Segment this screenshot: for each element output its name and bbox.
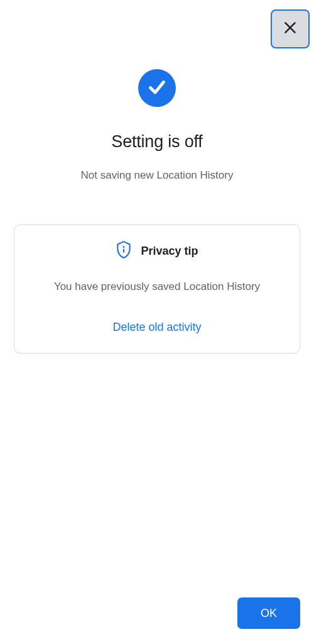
main-content: Setting is off Not saving new Location H… bbox=[0, 0, 314, 353]
checkmark-badge bbox=[138, 69, 176, 107]
shield-info-icon bbox=[116, 240, 132, 262]
page-title: Setting is off bbox=[0, 132, 314, 152]
privacy-tip-header: Privacy tip bbox=[27, 240, 287, 262]
svg-rect-3 bbox=[123, 248, 124, 252]
privacy-tip-card: Privacy tip You have previously saved Lo… bbox=[14, 225, 300, 353]
close-button[interactable] bbox=[271, 9, 310, 48]
delete-old-activity-link[interactable]: Delete old activity bbox=[27, 321, 287, 334]
privacy-tip-body: You have previously saved Location Histo… bbox=[27, 280, 287, 293]
close-icon bbox=[282, 19, 298, 38]
svg-point-2 bbox=[123, 246, 125, 248]
ok-button[interactable]: OK bbox=[237, 597, 300, 629]
checkmark-icon bbox=[146, 75, 168, 101]
page-subtitle: Not saving new Location History bbox=[0, 169, 314, 182]
privacy-tip-heading: Privacy tip bbox=[141, 245, 198, 258]
